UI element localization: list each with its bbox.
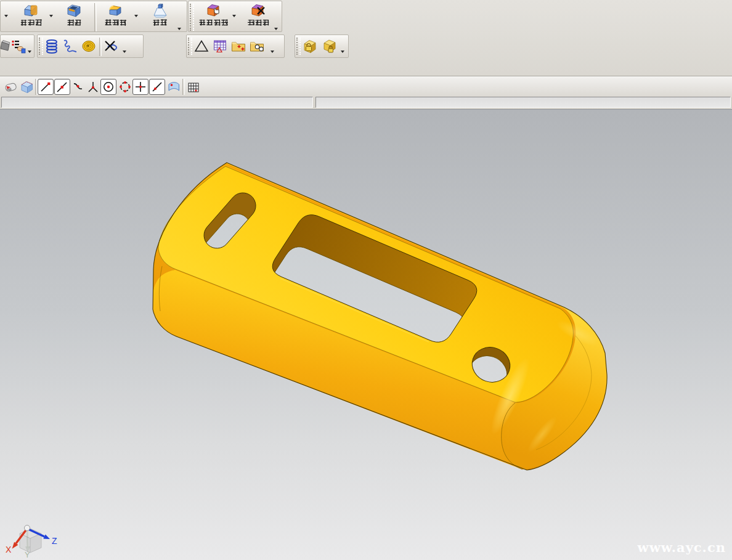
- group-overflow-icon[interactable]: [177, 28, 181, 32]
- snap-endpoint-button[interactable]: [38, 79, 54, 95]
- draft-label: [152, 19, 167, 27]
- folder-circles-icon[interactable]: [249, 38, 265, 54]
- toolbar-dock: [0, 0, 732, 109]
- edge-blend-button[interactable]: [97, 2, 134, 31]
- watermark: www.ayc.cn: [638, 540, 726, 555]
- snap-midpoint-button[interactable]: [54, 79, 70, 95]
- snap-center-icon: [101, 79, 116, 94]
- separator: [99, 38, 102, 56]
- delete-face-icon: [250, 2, 266, 18]
- drag-handle[interactable]: [188, 38, 192, 55]
- status-line: [315, 97, 731, 108]
- cue-line: [1, 97, 313, 108]
- drag-handle[interactable]: [296, 38, 301, 55]
- snap-intersection-icon[interactable]: [86, 79, 100, 94]
- offset-region-icon: [205, 2, 221, 18]
- draft-icon: [152, 2, 168, 18]
- edge-blend-icon: [107, 2, 123, 18]
- grid-snap-icon[interactable]: [186, 80, 201, 95]
- shell-icon: [66, 2, 82, 18]
- triangle-icon[interactable]: [193, 38, 209, 54]
- locked-box-alt-icon[interactable]: [322, 38, 338, 54]
- offset-region-button[interactable]: [193, 2, 233, 31]
- coordinate-triad: X Z Y: [0, 511, 80, 560]
- snap-endpoint-icon: [38, 79, 53, 94]
- overflow-arrow-icon[interactable]: [4, 15, 8, 19]
- delete-face-label: [247, 19, 269, 27]
- toolbar-small-group-3: [186, 34, 285, 58]
- solid-cube-icon[interactable]: [20, 79, 35, 94]
- trim-body-icon: [23, 2, 39, 18]
- snap-midpoint-icon: [55, 79, 70, 94]
- toolbar-small-group-2: [37, 34, 144, 58]
- snap-existing-point-button[interactable]: [132, 79, 148, 95]
- part-model[interactable]: [0, 110, 732, 560]
- dropdown-icon[interactable]: [123, 51, 126, 55]
- drag-handle[interactable]: [39, 38, 43, 55]
- separator: [182, 79, 185, 95]
- edge-blend-label: [104, 19, 126, 27]
- trim-body-label: [20, 19, 42, 27]
- snap-point-on-face-icon[interactable]: [166, 79, 181, 94]
- group-overflow-icon[interactable]: [274, 28, 278, 32]
- graphics-window[interactable]: X Z Y www.ayc.cn: [0, 109, 732, 560]
- datum-table-icon[interactable]: [212, 38, 228, 54]
- delete-face-button[interactable]: [240, 2, 276, 31]
- dropdown-icon[interactable]: [270, 51, 274, 55]
- partial-icon[interactable]: [0, 38, 10, 54]
- toolbar-small-group-1: [0, 34, 35, 58]
- trim-body-dropdown-icon[interactable]: [49, 15, 53, 19]
- shell-label: [67, 19, 81, 27]
- toolbar-feature-group-1: [0, 1, 187, 32]
- draft-button[interactable]: [144, 2, 176, 31]
- snap-point-on-line-button[interactable]: [149, 79, 165, 95]
- dropdown-icon[interactable]: [341, 51, 344, 55]
- spring-crossed-icon[interactable]: [103, 38, 119, 54]
- triad-x-label: X: [6, 545, 12, 554]
- solid-wedge-icon[interactable]: [4, 79, 18, 94]
- offset-region-label: [198, 19, 228, 27]
- toolbar-feature-group-2: [188, 1, 282, 32]
- triad-y-label: Y: [25, 550, 30, 559]
- snap-point-on-curve-icon[interactable]: [71, 79, 86, 94]
- snap-center-button[interactable]: [100, 79, 116, 95]
- coil-yellow-icon[interactable]: [81, 38, 97, 54]
- trim-body-button[interactable]: [13, 2, 49, 31]
- coil-blue-icon[interactable]: [44, 38, 60, 54]
- reorder-hand-icon[interactable]: [10, 38, 26, 54]
- spring-diagonal-icon[interactable]: [62, 38, 78, 54]
- snap-existing-point-icon: [133, 79, 148, 94]
- snap-quadrant-icon[interactable]: [118, 79, 132, 94]
- toolbar-small-group-4: [295, 34, 349, 58]
- offset-region-dropdown-icon[interactable]: [232, 15, 236, 19]
- edge-blend-dropdown-icon[interactable]: [134, 15, 138, 19]
- locked-box-icon[interactable]: [302, 38, 318, 54]
- snap-point-on-line-icon: [150, 79, 165, 94]
- shell-button[interactable]: [57, 2, 91, 31]
- dropdown-icon[interactable]: [28, 51, 31, 55]
- triad-z-label: Z: [52, 536, 57, 546]
- folder-points-icon[interactable]: [230, 38, 246, 54]
